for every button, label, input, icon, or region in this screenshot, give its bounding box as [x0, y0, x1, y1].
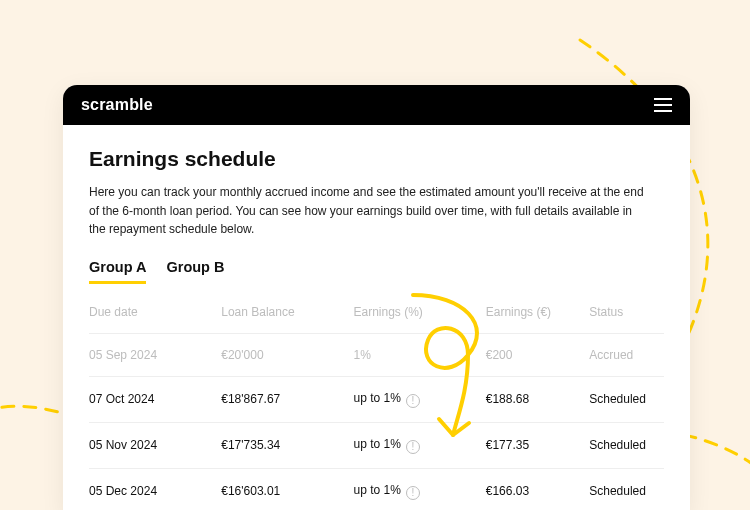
cell-earn-eur: €177.35: [486, 422, 590, 468]
tab-group-b[interactable]: Group B: [166, 259, 224, 283]
tabs: Group A Group B: [89, 259, 664, 283]
col-header-status: Status: [589, 291, 664, 334]
cell-earn-pct: up to 1%!: [354, 468, 486, 510]
cell-status: Scheduled: [589, 468, 664, 510]
info-icon[interactable]: !: [406, 394, 420, 408]
table-row: 07 Oct 2024€18'867.67up to 1%!€188.68Sch…: [89, 376, 664, 422]
content-area: Earnings schedule Here you can track you…: [63, 125, 690, 510]
topbar: scramble: [63, 85, 690, 125]
table-row: 05 Nov 2024€17'735.34up to 1%!€177.35Sch…: [89, 422, 664, 468]
cell-balance: €17'735.34: [221, 422, 353, 468]
cell-date: 07 Oct 2024: [89, 376, 221, 422]
brand-logo: scramble: [81, 96, 153, 114]
cell-status: Accrued: [589, 333, 664, 376]
cell-status: Scheduled: [589, 376, 664, 422]
table-row: 05 Sep 2024€20'0001%€200Accrued: [89, 333, 664, 376]
tab-label: Group A: [89, 259, 146, 275]
cell-date: 05 Dec 2024: [89, 468, 221, 510]
table-row: 05 Dec 2024€16'603.01up to 1%!€166.03Sch…: [89, 468, 664, 510]
cell-date: 05 Nov 2024: [89, 422, 221, 468]
info-icon[interactable]: !: [406, 486, 420, 500]
cell-balance: €20'000: [221, 333, 353, 376]
app-window: scramble Earnings schedule Here you can …: [63, 85, 690, 510]
col-header-balance: Loan Balance: [221, 291, 353, 334]
cell-balance: €18'867.67: [221, 376, 353, 422]
menu-icon[interactable]: [654, 98, 672, 112]
col-header-earn-eur: Earnings (€): [486, 291, 590, 334]
cell-date: 05 Sep 2024: [89, 333, 221, 376]
cell-balance: €16'603.01: [221, 468, 353, 510]
cell-earn-pct: 1%: [354, 333, 486, 376]
page-description: Here you can track your monthly accrued …: [89, 183, 649, 239]
cell-earn-pct: up to 1%!: [354, 422, 486, 468]
cell-earn-eur: €200: [486, 333, 590, 376]
cell-status: Scheduled: [589, 422, 664, 468]
earnings-table: Due date Loan Balance Earnings (%) Earni…: [89, 291, 664, 510]
page-title: Earnings schedule: [89, 147, 664, 171]
info-icon[interactable]: !: [406, 440, 420, 454]
cell-earn-eur: €166.03: [486, 468, 590, 510]
cell-earn-pct: up to 1%!: [354, 376, 486, 422]
col-header-date: Due date: [89, 291, 221, 334]
tab-label: Group B: [166, 259, 224, 275]
col-header-earn-pct: Earnings (%): [354, 291, 486, 334]
cell-earn-eur: €188.68: [486, 376, 590, 422]
tab-group-a[interactable]: Group A: [89, 259, 146, 283]
